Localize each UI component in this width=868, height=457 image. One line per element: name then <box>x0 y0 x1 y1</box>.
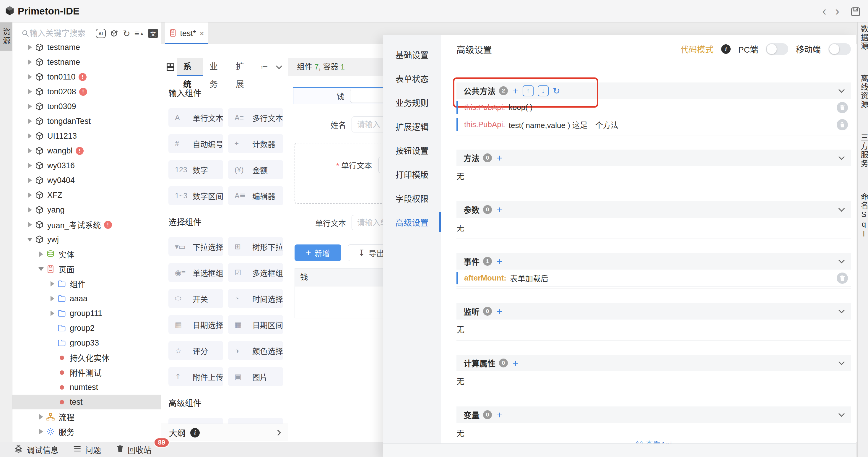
tree-item-wangbl[interactable]: wangbl! <box>12 143 161 158</box>
section-item[interactable]: afterMount:表单加载后 <box>457 270 851 287</box>
caret-right-icon[interactable] <box>49 281 56 286</box>
translate-icon[interactable]: 文 <box>148 29 158 38</box>
tree-item-附件测试[interactable]: 附件测试 <box>12 365 161 380</box>
caret-right-icon[interactable] <box>49 296 56 301</box>
palette-chip-auto-number[interactable]: #自动编号 <box>168 134 223 153</box>
tree-item-页面[interactable]: 页面 <box>12 262 161 276</box>
palette-chip-date[interactable]: ▦日期选择 <box>168 315 223 334</box>
tree-item-group111[interactable]: group111 <box>12 306 161 321</box>
caret-right-icon[interactable] <box>26 74 34 80</box>
settings-nav-基础设置[interactable]: 基础设置 <box>383 42 441 66</box>
tree-item-yang[interactable]: yang <box>12 203 161 217</box>
chevron-down-icon[interactable] <box>838 257 845 263</box>
statusbar-bug[interactable]: 调试信息 <box>14 442 59 457</box>
caret-right-icon[interactable] <box>37 251 45 257</box>
tree-item-实体[interactable]: 实体 <box>12 247 161 262</box>
tab-test[interactable]: test* × <box>165 23 208 44</box>
tree-item-tongdanTest[interactable]: tongdanTest <box>12 114 161 129</box>
chevron-down-icon[interactable] <box>838 410 845 417</box>
add-icon[interactable]: + <box>497 307 502 316</box>
tree-item-group2[interactable]: group2 <box>12 321 161 336</box>
section-bar-methods[interactable]: 方法0+ <box>457 150 851 166</box>
chevron-down-icon[interactable] <box>838 153 845 160</box>
palette-chip-text-single[interactable]: A单行文本 <box>168 108 223 127</box>
palette-chip-number-range[interactable]: 1~3数字区间 <box>168 186 223 205</box>
ai-icon[interactable]: AI <box>96 29 106 38</box>
tree-item-UI11213[interactable]: UI11213 <box>12 129 161 143</box>
add-icon[interactable]: + <box>497 410 502 419</box>
section-bar-watchers[interactable]: 监听0+ <box>457 303 851 319</box>
tree-item-group33[interactable]: group33 <box>12 336 161 350</box>
chevron-down-icon[interactable] <box>838 86 845 93</box>
right-tab-命名Sql[interactable]: 命名Sql <box>859 193 867 240</box>
tree-item-yuan_考试系统[interactable]: yuan_考试系统! <box>12 217 161 232</box>
statusbar-trash[interactable]: 回收站 <box>116 442 152 457</box>
tree-item-test[interactable]: test <box>12 395 161 409</box>
refresh-icon[interactable]: ↻ <box>123 28 130 39</box>
caret-down-icon[interactable] <box>26 238 34 242</box>
chevron-down-icon[interactable] <box>838 359 845 365</box>
palette-tab-business[interactable]: 业务 <box>203 58 229 76</box>
tree-item-组件[interactable]: 组件 <box>12 276 161 291</box>
statusbar-list[interactable]: 问题89 <box>73 442 101 457</box>
add-icon[interactable]: + <box>497 257 502 266</box>
tree-item-ton0208[interactable]: ton0208! <box>12 84 161 99</box>
upload-icon[interactable]: ↑ <box>523 85 533 96</box>
palette-chip-rating[interactable]: ☆评分 <box>168 341 223 360</box>
section-item[interactable]: this.PubApi.test( name,value ) 这是一个方法 <box>457 116 851 133</box>
caret-right-icon[interactable] <box>26 192 34 198</box>
caret-right-icon[interactable] <box>26 148 34 153</box>
tree-item-numtest[interactable]: numtest <box>12 380 161 395</box>
settings-nav-字段权限[interactable]: 字段权限 <box>383 186 441 210</box>
save-icon[interactable] <box>850 6 862 20</box>
palette-chip-date-range[interactable]: ▦日期区间 <box>228 315 283 334</box>
delete-icon[interactable] <box>837 273 848 284</box>
palette-chip-upload[interactable]: ↥附件上传 <box>168 367 223 386</box>
section-bar-params[interactable]: 参数0+ <box>457 201 851 218</box>
caret-right-icon[interactable] <box>37 414 45 420</box>
tree-item-ton0309[interactable]: ton0309 <box>12 99 161 114</box>
palette-chip-tree-dropdown[interactable]: ⊞树形下拉 <box>228 237 283 256</box>
tab-close-icon[interactable]: × <box>199 29 204 38</box>
caret-right-icon[interactable] <box>26 133 34 139</box>
right-tab-数据源[interactable]: 数据源 <box>859 25 867 52</box>
palette-chip-color[interactable]: ◑颜色选择 <box>228 341 283 360</box>
caret-right-icon[interactable] <box>26 44 34 50</box>
palette-chip-radio-group[interactable]: ◉≡单选框组 <box>168 263 223 282</box>
section-bar-variables[interactable]: 变量0+ <box>457 406 851 423</box>
pc-toggle[interactable] <box>766 43 788 55</box>
palette-tab-extension[interactable]: 扩展 <box>229 58 255 76</box>
palette-chip-counter[interactable]: ±计数器 <box>228 134 283 153</box>
add-icon[interactable]: + <box>513 86 519 95</box>
delete-icon[interactable] <box>837 119 848 130</box>
tree-item-服务[interactable]: 服务 <box>12 424 161 439</box>
info-icon[interactable]: i <box>721 44 731 54</box>
palette-chip-checkbox-group[interactable]: ☑多选框组 <box>228 263 283 282</box>
right-tab-三方服务[interactable]: 三方服务 <box>859 133 867 169</box>
settings-nav-打印模版[interactable]: 打印模版 <box>383 162 441 186</box>
add-icon[interactable]: + <box>497 205 502 214</box>
tree-item-wy0316[interactable]: wy0316 <box>12 158 161 173</box>
caret-right-icon[interactable] <box>49 311 56 316</box>
caret-right-icon[interactable] <box>37 429 45 434</box>
caret-right-icon[interactable] <box>26 104 34 109</box>
delete-icon[interactable] <box>837 102 848 113</box>
settings-nav-扩展逻辑[interactable]: 扩展逻辑 <box>383 114 441 138</box>
refresh-icon[interactable]: ↻ <box>553 86 560 96</box>
add-icon[interactable]: + <box>513 359 519 367</box>
section-bar-public-methods[interactable]: 公共方法2+↑↓↻ <box>457 83 851 99</box>
add-button[interactable]: +新增 <box>294 244 341 261</box>
tree-item-流程[interactable]: 流程 <box>12 409 161 424</box>
tree-item-ton0110[interactable]: ton0110! <box>12 69 161 84</box>
right-tab-离线资源[interactable]: 离线资源 <box>859 74 867 110</box>
palette-chip-dropdown[interactable]: ▾▭下拉选择 <box>168 237 223 256</box>
sort-icon[interactable]: ≡▲ <box>134 29 144 38</box>
chevron-down-icon[interactable] <box>838 205 845 211</box>
caret-right-icon[interactable] <box>26 163 34 168</box>
tree-item-testname[interactable]: testname <box>12 55 161 69</box>
palette-chip-switch[interactable]: ⬭开关 <box>168 289 223 308</box>
settings-nav-业务规则[interactable]: 业务规则 <box>383 90 441 114</box>
tree-item-wy0404[interactable]: wy0404 <box>12 173 161 188</box>
nav-forward-icon[interactable]: › <box>831 4 843 18</box>
palette-chip-image[interactable]: ▣图片 <box>228 367 283 386</box>
